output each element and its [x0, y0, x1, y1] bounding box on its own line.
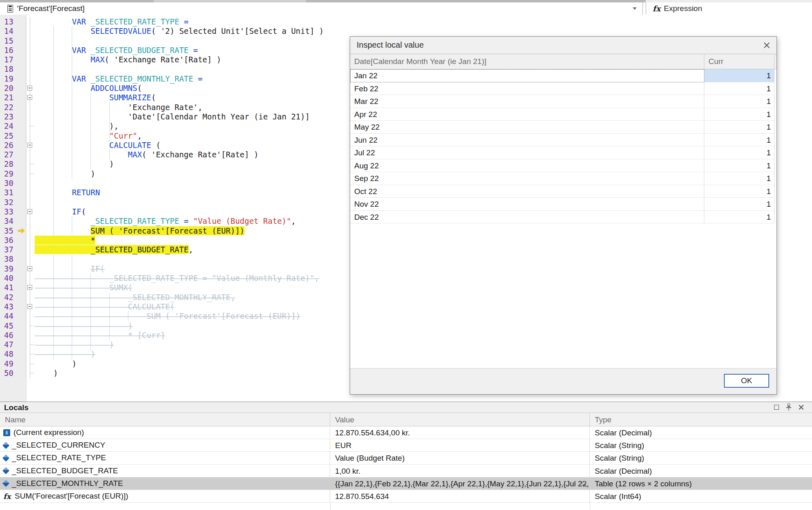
curr-cell[interactable]: 1	[704, 82, 774, 95]
locals-row[interactable]: _SELECTED_MONTHLY_RATE{{Jan 22,1},{Feb 2…	[0, 477, 812, 490]
code-line-13[interactable]: 13 VAR _SELECTED_RATE_TYPE =	[0, 17, 812, 26]
local-value-cell[interactable]: 1,00 kr.	[330, 465, 590, 477]
local-value-cell[interactable]: Value (Budget Rate)	[330, 452, 590, 464]
table-row[interactable]: Jan 221	[350, 69, 777, 82]
fold-collapse-icon[interactable]	[26, 207, 35, 216]
month-cell[interactable]: Jan 22	[350, 69, 704, 82]
line-number: 44	[0, 311, 26, 321]
local-name-cell[interactable]: fxSUM('Forecast'[Forecast (EUR)])	[0, 490, 330, 503]
month-cell[interactable]: Jun 22	[350, 134, 704, 147]
month-cell[interactable]: Apr 22	[350, 108, 704, 121]
local-value-cell[interactable]: 12.870.554.634,00 kr.	[330, 426, 590, 439]
curr-cell[interactable]: 1	[704, 146, 774, 159]
line-number: 39	[0, 264, 26, 274]
ok-button[interactable]: OK	[724, 374, 769, 388]
local-type-cell: Scalar (Decimal)	[590, 426, 812, 439]
table-row[interactable]: Mar 221	[350, 95, 777, 108]
curr-cell[interactable]: 1	[704, 69, 774, 82]
line-number: 22	[0, 103, 26, 112]
table-row[interactable]: Oct 221	[350, 185, 777, 198]
column-header-name[interactable]: Name	[0, 413, 330, 426]
month-cell[interactable]: Sep 22	[350, 172, 704, 185]
locals-row[interactable]: _SELECTED_CURRENCYEURScalar (String)	[0, 439, 812, 452]
table-row[interactable]: Sep 221	[350, 172, 777, 185]
pin-icon[interactable]	[786, 404, 792, 411]
fold-margin	[26, 55, 35, 64]
table-row[interactable]: Jul 221	[350, 146, 777, 159]
curr-cell[interactable]: 1	[704, 172, 774, 185]
line-number: 40	[0, 274, 26, 283]
column-header-date[interactable]: Date[Calendar Month Year (ie Jan 21)]	[350, 54, 704, 69]
locals-row[interactable]: _SELECTED_BUDGET_RATE1,00 kr.Scalar (Dec…	[0, 465, 812, 477]
local-name-cell[interactable]: ±(Current expression)	[0, 426, 330, 439]
fold-collapse-icon[interactable]	[26, 302, 35, 311]
local-value: 12.870.554.634	[335, 492, 389, 501]
table-row[interactable]: Jun 221	[350, 134, 777, 147]
local-name-cell[interactable]: _SELECTED_BUDGET_RATE	[0, 465, 330, 477]
table-row[interactable]: Nov 221	[350, 198, 777, 211]
curr-cell[interactable]: 1	[704, 95, 774, 108]
magnifier-icon[interactable]	[582, 481, 586, 486]
code-text: VAR _SELECTED_RATE_TYPE =	[35, 17, 812, 26]
local-name: (Current expression)	[13, 428, 84, 437]
fold-margin	[26, 26, 35, 36]
local-type-cell: Scalar (Int64)	[590, 490, 812, 503]
expression-selector[interactable]: 'Forecast'[Forecast]	[0, 2, 643, 15]
month-cell[interactable]: Feb 22	[350, 82, 704, 95]
fold-margin	[26, 169, 35, 179]
month-cell[interactable]: Mar 22	[350, 95, 704, 108]
fold-collapse-icon[interactable]	[26, 264, 35, 274]
chevron-down-icon[interactable]	[633, 7, 637, 10]
curr-cell[interactable]: 1	[704, 185, 774, 198]
local-value-cell[interactable]: {{Jan 22,1},{Feb 22,1},{Mar 22,1},{Apr 2…	[330, 477, 590, 490]
line-number: 34	[0, 216, 26, 226]
close-icon[interactable]	[799, 404, 804, 410]
line-number: 16	[0, 46, 26, 55]
month-cell[interactable]: Oct 22	[350, 185, 704, 198]
locals-row[interactable]: ±(Current expression)12.870.554.634,00 k…	[0, 426, 812, 439]
dialog-title-bar[interactable]: Inspect local value	[350, 37, 777, 54]
curr-cell[interactable]: 1	[704, 211, 774, 224]
maximize-icon[interactable]	[774, 405, 779, 410]
fold-margin	[26, 198, 35, 207]
curr-cell[interactable]: 1	[704, 121, 774, 134]
local-name-cell[interactable]: _SELECTED_RATE_TYPE	[0, 452, 330, 464]
month-cell[interactable]: Aug 22	[350, 159, 704, 172]
fold-margin	[26, 103, 35, 112]
curr-cell[interactable]: 1	[704, 108, 774, 121]
local-name-cell[interactable]: _SELECTED_CURRENCY	[0, 439, 330, 452]
month-cell[interactable]: Jul 22	[350, 146, 704, 159]
local-value-cell[interactable]: 12.870.554.634	[330, 490, 590, 503]
fold-collapse-icon[interactable]	[26, 93, 35, 102]
table-row[interactable]: Aug 221	[350, 159, 777, 172]
curr-cell[interactable]: 1	[704, 159, 774, 172]
code-line-14[interactable]: 14 SELECTEDVALUE( '2) Selected Unit'[Sel…	[0, 26, 812, 36]
curr-cell[interactable]: 1	[704, 198, 774, 211]
table-row[interactable]: May 221	[350, 121, 777, 134]
fold-collapse-icon[interactable]	[26, 141, 35, 150]
local-value-cell[interactable]: EUR	[330, 439, 590, 452]
month-cell[interactable]: May 22	[350, 121, 704, 134]
curr-cell[interactable]: 1	[704, 134, 774, 147]
month-cell[interactable]: Nov 22	[350, 198, 704, 211]
column-header-value[interactable]: Value	[330, 413, 590, 426]
locals-row[interactable]: _SELECTED_RATE_TYPEValue (Budget Rate)Sc…	[0, 452, 812, 464]
locals-row[interactable]: fxSUM('Forecast'[Forecast (EUR)])12.870.…	[0, 490, 812, 503]
month-cell[interactable]: Dec 22	[350, 211, 704, 224]
table-row[interactable]: Dec 221	[350, 211, 777, 224]
local-type-cell: Scalar (Decimal)	[590, 465, 812, 477]
table-row[interactable]: Feb 221	[350, 82, 777, 95]
close-icon[interactable]	[763, 42, 770, 49]
local-value: EUR	[335, 441, 351, 450]
column-header-curr[interactable]: Curr	[704, 54, 774, 69]
column-header-type[interactable]: Type	[590, 413, 812, 426]
line-number: 17	[0, 55, 26, 64]
table-row[interactable]: Apr 221	[350, 108, 777, 121]
line-number: 33	[0, 207, 26, 216]
fold-margin	[26, 254, 35, 264]
fold-collapse-icon[interactable]	[26, 84, 35, 93]
fold-margin	[26, 293, 35, 302]
line-number: 21	[0, 93, 26, 102]
local-name-cell[interactable]: _SELECTED_MONTHLY_RATE	[0, 477, 330, 490]
fold-collapse-icon[interactable]	[26, 283, 35, 292]
